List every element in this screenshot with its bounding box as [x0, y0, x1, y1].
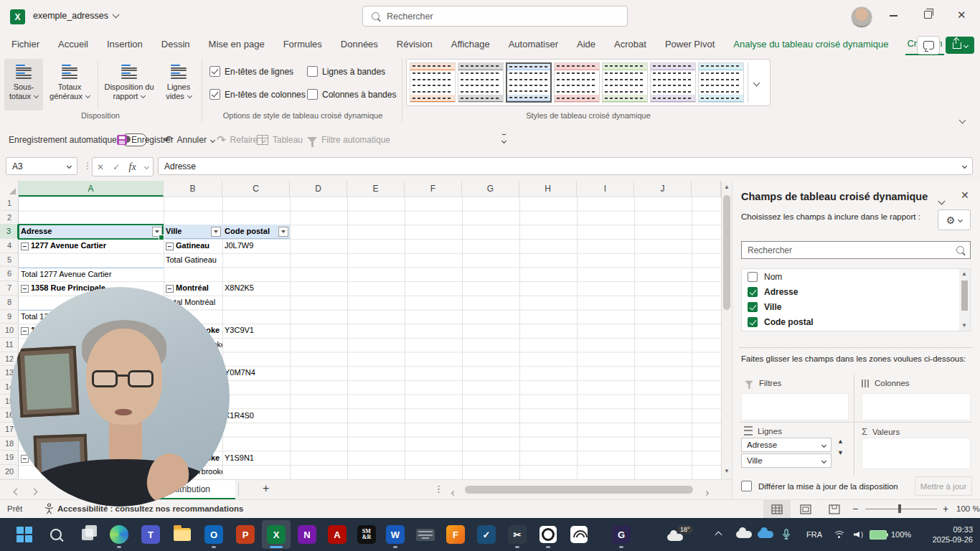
- tab-fichier[interactable]: Fichier: [10, 34, 41, 55]
- avatar[interactable]: [851, 6, 872, 28]
- cell-C4[interactable]: J0L7W9: [222, 239, 290, 253]
- taskbar-app-arc-icon[interactable]: [565, 520, 593, 549]
- formula-input[interactable]: Adresse: [158, 157, 973, 175]
- microphone-icon[interactable]: [782, 518, 791, 551]
- column-header-partial[interactable]: [692, 181, 721, 197]
- row-header-2[interactable]: 2: [0, 211, 19, 225]
- taskbar-teams-icon[interactable]: T: [136, 520, 165, 549]
- filter-dropdown-icon[interactable]: [278, 227, 288, 237]
- hscroll-right-icon[interactable]: [705, 486, 708, 499]
- row-header-10[interactable]: 10: [0, 324, 19, 338]
- pivot-style-gray[interactable]: [458, 62, 504, 103]
- cell-A6[interactable]: Total 1277 Avenue Cartier: [19, 268, 164, 282]
- autofilter-button[interactable]: Filtre automatique: [307, 128, 390, 152]
- tab-automatiser[interactable]: Automatiser: [507, 34, 560, 55]
- tab-mise-en-page[interactable]: Mise en page: [207, 34, 266, 55]
- prev-sheet-button[interactable]: [14, 486, 19, 499]
- cell-C19[interactable]: Y1S9N1: [222, 451, 290, 466]
- column-header-a[interactable]: A: [19, 181, 164, 197]
- cell-C13[interactable]: Y0M7N4: [222, 366, 290, 380]
- scroll-up-icon[interactable]: ▲: [722, 184, 732, 190]
- column-header-j[interactable]: J: [634, 181, 692, 197]
- insert-function-icon[interactable]: fx: [129, 161, 136, 173]
- pivot-style-teal[interactable]: [698, 62, 744, 103]
- cell-C16[interactable]: X1R4S0: [222, 409, 290, 423]
- column-header-d[interactable]: D: [290, 181, 347, 197]
- view-page-layout-button[interactable]: [792, 500, 819, 518]
- zoom-out-button[interactable]: −: [852, 503, 858, 514]
- tab-revision[interactable]: Révision: [395, 34, 434, 55]
- rows-field-adresse[interactable]: Adresse: [741, 438, 831, 452]
- field-item-adresse[interactable]: Adresse: [742, 284, 970, 299]
- row-header-6[interactable]: 6: [0, 267, 19, 281]
- column-header-h[interactable]: H: [519, 181, 577, 197]
- tab-insertion[interactable]: Insertion: [105, 34, 144, 55]
- customize-qat-button[interactable]: [502, 128, 506, 152]
- field-checkbox-icon[interactable]: [748, 272, 758, 282]
- column-header-c[interactable]: C: [222, 181, 290, 197]
- file-name-menu[interactable]: exemple_adresses: [33, 11, 118, 21]
- name-box[interactable]: A3: [6, 157, 77, 175]
- language-indicator[interactable]: FRA: [806, 518, 822, 551]
- fields-scroll-thumb[interactable]: [961, 281, 968, 311]
- row-header-18[interactable]: 18: [0, 437, 19, 451]
- tab-donnees[interactable]: Données: [339, 34, 380, 55]
- vertical-scrollbar[interactable]: ▲ ▼: [721, 181, 732, 479]
- collapse-button[interactable]: −: [166, 285, 174, 293]
- cell-B4[interactable]: −Gatineau: [164, 239, 222, 253]
- tab-aide[interactable]: Aide: [575, 34, 597, 55]
- pivot-style-purple[interactable]: [650, 62, 696, 103]
- column-header-i[interactable]: I: [577, 181, 634, 197]
- taskbar-acrobat-icon[interactable]: A: [323, 520, 352, 549]
- taskbar-app-smr-icon[interactable]: SM&R: [352, 520, 381, 549]
- clock[interactable]: 09:332025-09-26: [921, 518, 973, 551]
- add-sheet-button[interactable]: +: [263, 482, 269, 495]
- taskbar-outlook-icon[interactable]: O: [199, 520, 228, 549]
- checkbox-en-tetes-de-lignes[interactable]: En-têtes de lignes: [209, 66, 293, 77]
- hscroll-left-icon[interactable]: [452, 486, 456, 499]
- taskbar-onenote-icon[interactable]: N: [293, 520, 321, 549]
- taskbar-start-icon[interactable]: [10, 520, 39, 549]
- tab-accueil[interactable]: Accueil: [57, 34, 90, 55]
- taskbar-file-explorer-icon[interactable]: [168, 520, 197, 549]
- share-button[interactable]: [946, 37, 974, 54]
- onedrive-business-icon[interactable]: [758, 518, 773, 551]
- ribbon-button-sous-totaux[interactable]: Sous-totaux: [4, 59, 43, 110]
- cell-C7[interactable]: X8N2K5: [222, 281, 290, 296]
- row-header-5[interactable]: 5: [0, 253, 19, 268]
- collapse-button[interactable]: −: [21, 327, 29, 335]
- row-header-1[interactable]: 1: [0, 197, 19, 211]
- zone-values-droparea[interactable]: [862, 438, 971, 469]
- taskbar-fusion-360-icon[interactable]: F: [441, 520, 470, 549]
- row-header-7[interactable]: 7: [0, 281, 19, 296]
- taskbar-touch-keyboard-icon[interactable]: [411, 520, 440, 549]
- wifi-icon[interactable]: [834, 518, 845, 551]
- tab-affichage[interactable]: Affichage: [450, 34, 491, 55]
- taskbar-app-ring-icon[interactable]: [534, 520, 562, 549]
- weather-widget[interactable]: 18°: [667, 518, 696, 551]
- taskbar-task-view-icon[interactable]: [73, 520, 102, 549]
- pane-close-icon[interactable]: ✕: [961, 189, 969, 201]
- pivot-style-orange[interactable]: [410, 62, 456, 103]
- fields-scrollbar[interactable]: ▲ ▼: [959, 269, 970, 331]
- column-header-f[interactable]: F: [405, 181, 462, 197]
- battery-icon[interactable]: [870, 518, 887, 551]
- row-header-19[interactable]: 19: [0, 451, 19, 465]
- field-item-ville[interactable]: Ville: [742, 299, 970, 314]
- ribbon-button-totaux-generaux[interactable]: Totaux généraux: [46, 59, 93, 110]
- horizontal-scroll-thumb[interactable]: [465, 486, 693, 494]
- volume-icon[interactable]: ): [854, 518, 863, 551]
- column-header-g[interactable]: G: [462, 181, 519, 197]
- checkbox-colonnes-a-bandes[interactable]: Colonnes à bandes: [307, 89, 396, 100]
- zone-filters-droparea[interactable]: [741, 393, 849, 420]
- checkbox-lignes-a-bandes[interactable]: Lignes à bandes: [307, 66, 385, 77]
- hidden-icons-button[interactable]: [716, 518, 721, 551]
- taskbar-edge-icon[interactable]: [105, 520, 133, 549]
- collapse-button[interactable]: −: [21, 242, 29, 250]
- zone-rows-droparea[interactable]: AdresseVille: [741, 438, 834, 469]
- zoom-slider[interactable]: [865, 509, 937, 509]
- taskbar-snipping-tool-icon[interactable]: ✂: [503, 520, 532, 549]
- rows-field-ville[interactable]: Ville: [741, 453, 831, 468]
- pivot-style-blue[interactable]: [506, 62, 552, 103]
- taskbar-word-icon[interactable]: W: [381, 520, 410, 549]
